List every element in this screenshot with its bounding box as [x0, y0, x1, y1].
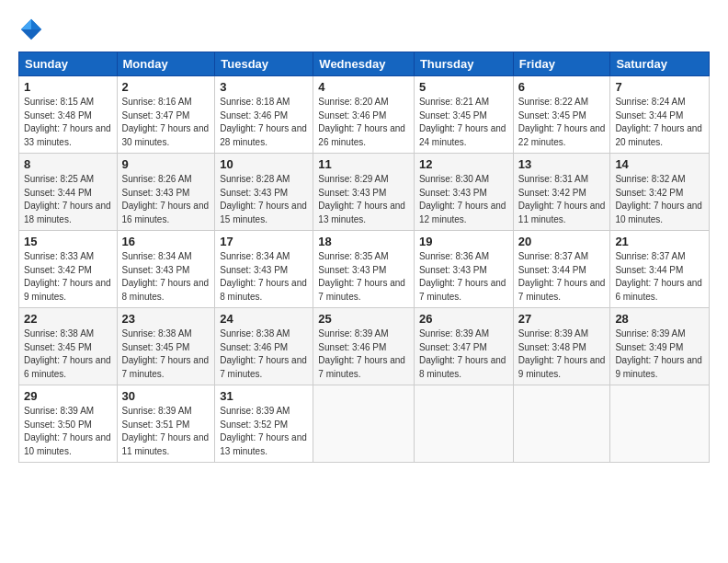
day-number: 14 — [615, 157, 704, 171]
calendar-cell: 23Sunrise: 8:38 AMSunset: 3:45 PMDayligh… — [117, 308, 215, 385]
calendar-cell: 17Sunrise: 8:34 AMSunset: 3:43 PMDayligh… — [215, 231, 313, 308]
day-number: 15 — [24, 235, 112, 248]
day-number: 8 — [24, 157, 112, 171]
day-info: Sunrise: 8:38 AMSunset: 3:45 PMDaylight:… — [24, 327, 112, 381]
day-info: Sunrise: 8:20 AMSunset: 3:46 PMDaylight:… — [318, 96, 409, 149]
day-number: 28 — [615, 312, 704, 326]
day-number: 5 — [419, 80, 508, 94]
calendar-header-tuesday: Tuesday — [215, 52, 313, 76]
day-number: 3 — [220, 80, 308, 94]
day-info: Sunrise: 8:15 AMSunset: 3:48 PMDaylight:… — [24, 96, 112, 149]
calendar-cell: 1Sunrise: 8:15 AMSunset: 3:48 PMDaylight… — [19, 76, 118, 154]
calendar-cell: 18Sunrise: 8:35 AMSunset: 3:43 PMDayligh… — [313, 231, 415, 308]
day-number: 30 — [122, 389, 210, 403]
calendar-cell: 4Sunrise: 8:20 AMSunset: 3:46 PMDaylight… — [313, 76, 415, 154]
calendar-body: 1Sunrise: 8:15 AMSunset: 3:48 PMDaylight… — [19, 76, 710, 463]
calendar-cell — [414, 385, 513, 463]
calendar-header-monday: Monday — [117, 52, 215, 76]
day-number: 4 — [318, 80, 409, 94]
calendar-header-thursday: Thursday — [414, 52, 513, 76]
day-info: Sunrise: 8:34 AMSunset: 3:43 PMDaylight:… — [220, 250, 308, 304]
calendar-header-saturday: Saturday — [610, 52, 710, 76]
calendar-cell: 20Sunrise: 8:37 AMSunset: 3:44 PMDayligh… — [513, 231, 610, 308]
calendar-cell: 5Sunrise: 8:21 AMSunset: 3:45 PMDaylight… — [414, 76, 513, 154]
logo-icon — [18, 17, 44, 42]
calendar-cell: 6Sunrise: 8:22 AMSunset: 3:45 PMDaylight… — [513, 76, 610, 154]
calendar-cell — [513, 385, 610, 463]
day-info: Sunrise: 8:35 AMSunset: 3:43 PMDaylight:… — [318, 250, 409, 304]
calendar-cell: 7Sunrise: 8:24 AMSunset: 3:44 PMDaylight… — [610, 76, 710, 154]
day-info: Sunrise: 8:30 AMSunset: 3:43 PMDaylight:… — [419, 173, 508, 226]
day-number: 17 — [220, 235, 308, 248]
day-info: Sunrise: 8:32 AMSunset: 3:42 PMDaylight:… — [615, 173, 704, 226]
day-info: Sunrise: 8:37 AMSunset: 3:44 PMDaylight:… — [518, 250, 606, 304]
day-number: 24 — [220, 312, 308, 326]
calendar-cell: 24Sunrise: 8:38 AMSunset: 3:46 PMDayligh… — [215, 308, 313, 385]
day-info: Sunrise: 8:21 AMSunset: 3:45 PMDaylight:… — [419, 96, 508, 149]
calendar-week-2: 8Sunrise: 8:25 AMSunset: 3:44 PMDaylight… — [19, 154, 710, 231]
day-info: Sunrise: 8:29 AMSunset: 3:43 PMDaylight:… — [318, 173, 409, 226]
day-number: 26 — [419, 312, 508, 326]
calendar-cell: 10Sunrise: 8:28 AMSunset: 3:43 PMDayligh… — [215, 154, 313, 231]
calendar-cell: 14Sunrise: 8:32 AMSunset: 3:42 PMDayligh… — [610, 154, 710, 231]
calendar-table: SundayMondayTuesdayWednesdayThursdayFrid… — [18, 52, 710, 463]
calendar-cell: 9Sunrise: 8:26 AMSunset: 3:43 PMDaylight… — [117, 154, 215, 231]
day-info: Sunrise: 8:34 AMSunset: 3:43 PMDaylight:… — [122, 250, 210, 304]
day-number: 9 — [122, 157, 210, 171]
calendar-cell: 31Sunrise: 8:39 AMSunset: 3:52 PMDayligh… — [215, 385, 313, 463]
svg-marker-1 — [31, 19, 41, 29]
day-number: 10 — [220, 157, 308, 171]
calendar-header-friday: Friday — [513, 52, 610, 76]
calendar-cell: 2Sunrise: 8:16 AMSunset: 3:47 PMDaylight… — [117, 76, 215, 154]
calendar-week-3: 15Sunrise: 8:33 AMSunset: 3:42 PMDayligh… — [19, 231, 710, 308]
logo — [18, 17, 48, 42]
day-info: Sunrise: 8:22 AMSunset: 3:45 PMDaylight:… — [518, 96, 606, 149]
day-info: Sunrise: 8:16 AMSunset: 3:47 PMDaylight:… — [122, 96, 210, 149]
day-number: 27 — [518, 312, 606, 326]
header — [18, 17, 710, 42]
day-info: Sunrise: 8:36 AMSunset: 3:43 PMDaylight:… — [419, 250, 508, 304]
calendar-header-sunday: Sunday — [19, 52, 118, 76]
day-info: Sunrise: 8:39 AMSunset: 3:49 PMDaylight:… — [615, 327, 704, 381]
calendar-cell — [313, 385, 415, 463]
day-info: Sunrise: 8:18 AMSunset: 3:46 PMDaylight:… — [220, 96, 308, 149]
day-number: 31 — [220, 389, 308, 403]
day-info: Sunrise: 8:31 AMSunset: 3:42 PMDaylight:… — [518, 173, 606, 226]
day-number: 12 — [419, 157, 508, 171]
day-info: Sunrise: 8:39 AMSunset: 3:46 PMDaylight:… — [318, 327, 409, 381]
calendar-cell: 22Sunrise: 8:38 AMSunset: 3:45 PMDayligh… — [19, 308, 118, 385]
day-number: 7 — [615, 80, 704, 94]
page: SundayMondayTuesdayWednesdayThursdayFrid… — [0, 0, 728, 563]
calendar-cell: 30Sunrise: 8:39 AMSunset: 3:51 PMDayligh… — [117, 385, 215, 463]
day-number: 11 — [318, 157, 409, 171]
day-info: Sunrise: 8:38 AMSunset: 3:46 PMDaylight:… — [220, 327, 308, 381]
calendar-cell: 29Sunrise: 8:39 AMSunset: 3:50 PMDayligh… — [19, 385, 118, 463]
calendar-cell: 13Sunrise: 8:31 AMSunset: 3:42 PMDayligh… — [513, 154, 610, 231]
calendar-cell: 15Sunrise: 8:33 AMSunset: 3:42 PMDayligh… — [19, 231, 118, 308]
day-number: 2 — [122, 80, 210, 94]
calendar-cell: 12Sunrise: 8:30 AMSunset: 3:43 PMDayligh… — [414, 154, 513, 231]
day-info: Sunrise: 8:39 AMSunset: 3:51 PMDaylight:… — [122, 405, 210, 458]
day-number: 18 — [318, 235, 409, 248]
day-info: Sunrise: 8:37 AMSunset: 3:44 PMDaylight:… — [615, 250, 704, 304]
calendar-header-wednesday: Wednesday — [313, 52, 415, 76]
calendar-week-4: 22Sunrise: 8:38 AMSunset: 3:45 PMDayligh… — [19, 308, 710, 385]
day-number: 25 — [318, 312, 409, 326]
day-number: 19 — [419, 235, 508, 248]
day-info: Sunrise: 8:24 AMSunset: 3:44 PMDaylight:… — [615, 96, 704, 149]
calendar-cell — [610, 385, 710, 463]
day-info: Sunrise: 8:38 AMSunset: 3:45 PMDaylight:… — [122, 327, 210, 381]
day-info: Sunrise: 8:26 AMSunset: 3:43 PMDaylight:… — [122, 173, 210, 226]
day-info: Sunrise: 8:25 AMSunset: 3:44 PMDaylight:… — [24, 173, 112, 226]
calendar-cell: 8Sunrise: 8:25 AMSunset: 3:44 PMDaylight… — [19, 154, 118, 231]
calendar-week-1: 1Sunrise: 8:15 AMSunset: 3:48 PMDaylight… — [19, 76, 710, 154]
day-number: 22 — [24, 312, 112, 326]
day-number: 13 — [518, 157, 606, 171]
calendar-week-5: 29Sunrise: 8:39 AMSunset: 3:50 PMDayligh… — [19, 385, 710, 463]
day-number: 20 — [518, 235, 606, 248]
day-number: 1 — [24, 80, 112, 94]
day-number: 6 — [518, 80, 606, 94]
day-number: 23 — [122, 312, 210, 326]
day-info: Sunrise: 8:33 AMSunset: 3:42 PMDaylight:… — [24, 250, 112, 304]
day-number: 29 — [24, 389, 112, 403]
